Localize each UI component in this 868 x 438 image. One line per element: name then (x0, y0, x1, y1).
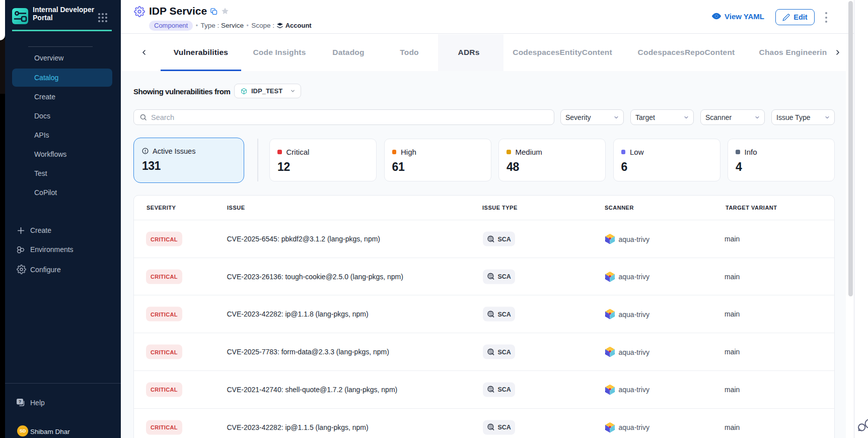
svg-text:?: ? (19, 399, 21, 404)
